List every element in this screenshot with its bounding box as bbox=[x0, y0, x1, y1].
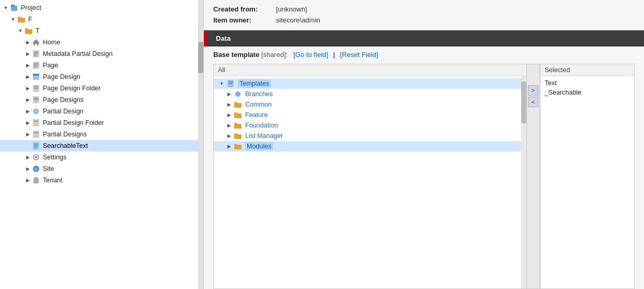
all-panel-scrollbar-thumb[interactable] bbox=[521, 82, 526, 123]
toggle-page-designs[interactable]: ▶ bbox=[24, 97, 31, 102]
left-scrollbar-thumb[interactable] bbox=[198, 42, 203, 73]
page-design-icon bbox=[31, 73, 41, 81]
tree-item-partial-design[interactable]: ▶ Partial Design bbox=[0, 106, 203, 117]
base-template-label: Base template bbox=[213, 51, 259, 59]
toggle-page-design-folder[interactable]: ▶ bbox=[24, 86, 31, 91]
r-tree-item-branches[interactable]: ▶ Branches bbox=[214, 89, 526, 99]
toggle-page[interactable]: ▶ bbox=[24, 63, 31, 68]
left-scrollbar[interactable] bbox=[198, 0, 203, 289]
svg-rect-32 bbox=[34, 177, 38, 179]
toggle-t[interactable]: ▼ bbox=[17, 28, 24, 33]
svg-rect-22 bbox=[34, 132, 38, 133]
toggle-settings[interactable]: ▶ bbox=[24, 155, 31, 160]
item-owner-label: Item owner: bbox=[213, 16, 276, 24]
r-toggle-common[interactable]: ▶ bbox=[225, 102, 233, 107]
svg-rect-8 bbox=[34, 63, 38, 64]
tree-item-page-designs[interactable]: ▶ Page Designs bbox=[0, 94, 203, 106]
toggle-page-design[interactable]: ▶ bbox=[24, 74, 31, 79]
selected-items-list: Text _Searchable bbox=[540, 76, 634, 288]
go-to-field-link[interactable]: [Go to field] bbox=[293, 51, 328, 59]
toggle-metadata[interactable]: ▶ bbox=[24, 51, 31, 56]
toggle-partial-design[interactable]: ▶ bbox=[24, 109, 31, 114]
reset-field-link[interactable]: [Reset Field] bbox=[340, 51, 378, 59]
r-label-templates: Templates bbox=[238, 79, 271, 88]
r-tree-item-common[interactable]: ▶ Common bbox=[214, 99, 526, 110]
tree-item-f[interactable]: ▼ F bbox=[0, 14, 203, 25]
tree-item-t[interactable]: ▼ T bbox=[0, 25, 203, 37]
tree-item-partial-design-folder[interactable]: ▶ Partial Design Folder bbox=[0, 117, 203, 129]
r-toggle-modules[interactable]: ▶ bbox=[225, 144, 233, 149]
tree-label-project: Project bbox=[21, 4, 41, 11]
tree-scroll[interactable]: ▼ Project ▼ F ▼ T ▶ bbox=[0, 0, 203, 289]
metadata-icon bbox=[31, 50, 41, 58]
created-from-value: [unknown] bbox=[276, 5, 307, 13]
r-common-icon bbox=[233, 100, 243, 109]
svg-rect-12 bbox=[33, 74, 39, 76]
page-design-folder-icon bbox=[31, 84, 41, 93]
all-panel-scrollbar[interactable] bbox=[521, 76, 526, 288]
tree-item-page-design-folder[interactable]: ▶ Page Design Folder bbox=[0, 83, 203, 94]
tree-label-page: Page bbox=[43, 62, 58, 69]
selected-item-text-label: Text bbox=[545, 79, 557, 87]
r-toggle-templates[interactable]: ▼ bbox=[218, 81, 225, 86]
site-icon: S bbox=[31, 165, 41, 173]
svg-rect-34 bbox=[228, 82, 233, 83]
toggle-partial-design-folder[interactable]: ▶ bbox=[24, 120, 31, 125]
selected-item-searchable-label: _Searchable bbox=[545, 89, 581, 96]
home-icon bbox=[31, 38, 41, 47]
tree-item-settings[interactable]: ▶ Settings bbox=[0, 152, 203, 163]
r-toggle-foundation[interactable]: ▶ bbox=[225, 123, 233, 128]
tenant-icon bbox=[31, 176, 41, 184]
r-toggle-branches[interactable]: ▶ bbox=[225, 91, 233, 97]
page-designs-icon bbox=[31, 96, 41, 104]
tree-label-tenant: Tenant bbox=[43, 177, 63, 184]
svg-rect-25 bbox=[34, 145, 38, 146]
svg-rect-5 bbox=[34, 53, 38, 54]
svg-rect-26 bbox=[34, 147, 37, 148]
field-row: Base template [shared]: [Go to field] | … bbox=[204, 47, 644, 64]
toggle-site[interactable]: ▶ bbox=[24, 166, 31, 171]
tree-item-tenant[interactable]: ▶ Tenant bbox=[0, 175, 203, 186]
tree-item-page-design[interactable]: ▶ Page Design bbox=[0, 71, 203, 83]
svg-rect-9 bbox=[34, 65, 38, 66]
r-tree-item-templates[interactable]: ▼ Templates bbox=[214, 78, 526, 89]
toggle-partial-designs[interactable]: ▶ bbox=[24, 132, 31, 137]
r-toggle-feature[interactable]: ▶ bbox=[225, 112, 233, 118]
toggle-tenant[interactable]: ▶ bbox=[24, 178, 31, 183]
tree-label-site: Site bbox=[43, 165, 54, 172]
tree-item-partial-designs[interactable]: ▶ Partial Designs bbox=[0, 129, 203, 140]
all-tree-container[interactable]: ▼ Templates ▶ Branches ▶ bbox=[214, 76, 526, 288]
tree-label-searchable-text: SearchableText bbox=[43, 142, 88, 149]
toggle-f[interactable]: ▼ bbox=[9, 17, 17, 22]
all-selected-container: All ▼ Templates ▶ Branches bbox=[213, 64, 635, 289]
move-right-button[interactable]: > bbox=[528, 85, 538, 96]
tree-label-settings: Settings bbox=[43, 154, 66, 161]
svg-rect-21 bbox=[33, 131, 39, 138]
r-toggle-list-manager[interactable]: ▶ bbox=[225, 133, 233, 138]
item-owner-value: sitecore\admin bbox=[276, 16, 320, 24]
field-separator: | bbox=[333, 51, 335, 59]
toggle-home[interactable]: ▶ bbox=[24, 40, 31, 45]
r-tree-item-feature[interactable]: ▶ Feature bbox=[214, 110, 526, 120]
tree-item-searchable-text[interactable]: SearchableText bbox=[0, 140, 203, 152]
move-left-button[interactable]: < bbox=[528, 97, 538, 107]
tree-item-page[interactable]: ▶ Page bbox=[0, 60, 203, 71]
folder-t-icon bbox=[24, 27, 33, 35]
r-tree-item-modules[interactable]: ▶ Modules bbox=[214, 141, 526, 152]
r-tree-item-foundation[interactable]: ▶ Foundation bbox=[214, 120, 526, 131]
svg-text:S: S bbox=[34, 167, 37, 171]
partial-designs-icon bbox=[31, 130, 41, 138]
r-feature-icon bbox=[233, 111, 243, 119]
r-tree-item-list-manager[interactable]: ▶ List Manager bbox=[214, 131, 526, 141]
all-panel-header: All bbox=[214, 64, 526, 76]
tree-label-page-design-folder: Page Design Folder bbox=[43, 85, 100, 92]
tree-item-site[interactable]: ▶ S Site bbox=[0, 163, 203, 175]
all-panel: All ▼ Templates ▶ Branches bbox=[214, 64, 526, 288]
tree-item-home[interactable]: ▶ Home bbox=[0, 37, 203, 48]
selected-panel: Selected Text _Searchable bbox=[540, 64, 634, 288]
toggle-project[interactable]: ▼ bbox=[2, 5, 9, 10]
svg-rect-24 bbox=[34, 144, 38, 145]
tree-item-metadata[interactable]: ▶ Metadata Partial Design bbox=[0, 48, 203, 60]
tree-label-t: T bbox=[36, 27, 40, 34]
tree-item-project[interactable]: ▼ Project bbox=[0, 2, 203, 14]
